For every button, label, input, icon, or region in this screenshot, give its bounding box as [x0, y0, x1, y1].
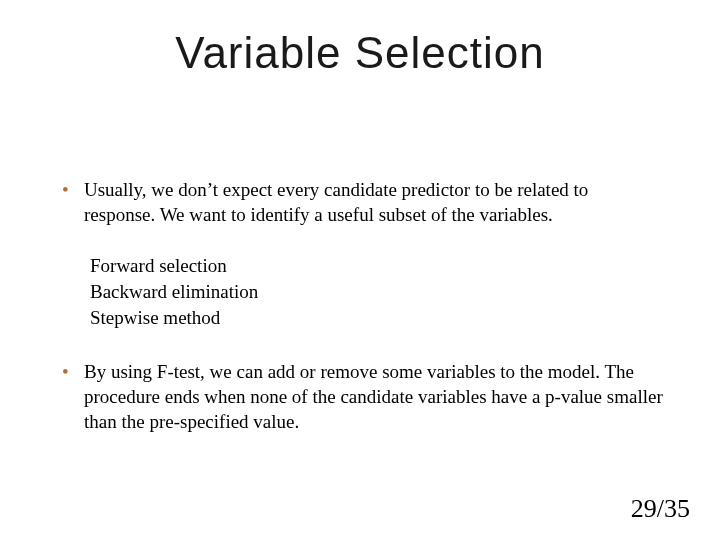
bullet-list: By using F-test, we can add or remove so…	[56, 360, 664, 434]
method-item: Forward selection	[90, 253, 664, 279]
bullet-item: By using F-test, we can add or remove so…	[56, 360, 664, 434]
method-item: Stepwise method	[90, 305, 664, 331]
page-sep: /	[657, 494, 664, 523]
bullet-list: Usually, we don’t expect every candidate…	[56, 178, 664, 227]
method-item: Backward elimination	[90, 279, 664, 305]
slide-content: Usually, we don’t expect every candidate…	[0, 178, 720, 434]
slide-title: Variable Selection	[0, 0, 720, 78]
bullet-text: By using F-test, we can add or remove so…	[84, 361, 663, 431]
bullet-item: Usually, we don’t expect every candidate…	[56, 178, 664, 227]
page-number: 29/35	[631, 494, 690, 524]
page-total: 35	[664, 494, 690, 523]
methods-block: Forward selection Backward elimination S…	[90, 253, 664, 330]
bullet-text: Usually, we don’t expect every candidate…	[84, 179, 588, 225]
slide: Variable Selection Usually, we don’t exp…	[0, 0, 720, 540]
page-current: 29	[631, 494, 657, 523]
